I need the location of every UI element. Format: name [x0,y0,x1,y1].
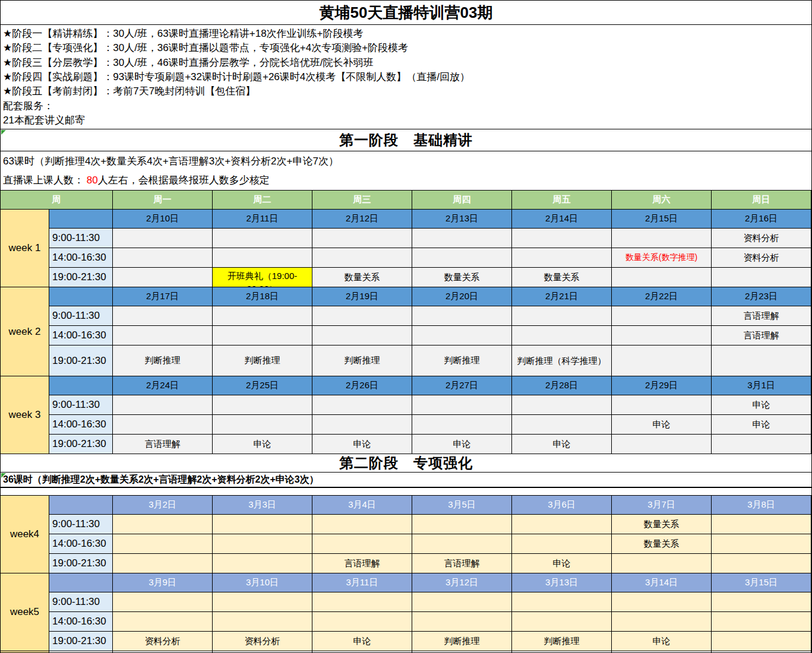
weekday-header-cell[interactable]: 周 [1,191,113,210]
schedule-cell[interactable]: 判断推理 [412,632,512,651]
schedule-cell[interactable] [512,534,612,554]
program-note[interactable]: ★阶段一【精讲精练】：30人/班，63课时直播理论精讲+18次作业训练+阶段模考 [3,27,811,40]
date-cell[interactable]: 2月14日 [512,210,612,229]
weekday-header-cell[interactable]: 周日 [712,191,811,210]
schedule-cell[interactable] [213,229,312,248]
schedule-cell[interactable] [512,248,612,268]
schedule-cell[interactable]: 言语理解 [412,554,512,573]
program-note[interactable]: ★阶段三【分层教学】：30人/班，46课时直播分层教学，分院长培优班/院长补弱班 [3,56,811,69]
schedule-cell[interactable]: 申论 [412,435,512,454]
schedule-cell[interactable] [712,612,811,632]
schedule-cell[interactable]: 数量关系 [612,534,712,554]
weekday-header-cell[interactable]: 周二 [213,191,312,210]
schedule-cell[interactable]: 申论 [612,632,712,651]
weekday-header-cell[interactable]: 周一 [113,191,213,210]
schedule-cell[interactable] [312,592,412,612]
schedule-cell[interactable] [213,534,312,554]
schedule-cell[interactable] [612,592,712,612]
schedule-cell[interactable] [712,345,811,376]
schedule-cell[interactable]: 申论 [512,554,612,573]
stage1-heading[interactable]: 第一阶段 基础精讲 [1,129,811,151]
schedule-cell[interactable] [712,632,811,651]
stage2-heading[interactable]: 第二阶段 专项强化 [1,454,811,473]
schedule-cell[interactable]: 判断推理 [412,345,512,376]
date-cell[interactable]: 3月13日 [512,573,612,592]
page-title[interactable]: 黄埔50天直播特训营03期 [1,1,811,25]
date-cell[interactable]: 3月1日 [712,376,811,395]
date-cell[interactable]: 2月15日 [612,210,712,229]
schedule-cell[interactable]: 数量关系(数字推理) [612,248,712,268]
schedule-cell[interactable] [213,248,312,268]
program-note[interactable]: ★阶段四【实战刷题】：93课时专项刷题+32课时计时刷题+26课时4次模考【不限… [3,70,811,84]
date-cell[interactable]: 3月10日 [213,573,312,592]
date-cell[interactable]: 3月9日 [113,573,213,592]
schedule-cell[interactable] [213,395,312,415]
weekday-header-cell[interactable]: 周四 [412,191,512,210]
schedule-cell[interactable]: 判断推理 [312,345,412,376]
schedule-cell[interactable]: 数量关系 [612,515,712,534]
schedule-cell[interactable] [113,306,213,326]
schedule-cell[interactable] [612,395,712,415]
date-cell[interactable]: 2月28日 [512,376,612,395]
schedule-cell[interactable]: 言语理解 [712,306,811,326]
schedule-cell[interactable] [612,554,712,573]
schedule-cell[interactable] [612,326,712,345]
date-cell[interactable]: 3月5日 [412,496,512,515]
program-note[interactable]: 21本配套讲义邮寄 [3,113,811,127]
date-cell[interactable]: 2月24日 [113,376,213,395]
schedule-cell[interactable] [312,415,412,435]
date-cell[interactable]: 3月14日 [612,573,712,592]
schedule-cell[interactable] [113,415,213,435]
date-cell[interactable]: 3月6日 [512,496,612,515]
date-cell[interactable]: 2月13日 [412,210,512,229]
schedule-cell[interactable] [412,415,512,435]
schedule-cell[interactable] [412,612,512,632]
date-cell[interactable]: 3月7日 [612,496,712,515]
schedule-cell[interactable] [512,395,612,415]
schedule-cell[interactable]: 言语理解 [113,435,213,454]
date-cell[interactable]: 3月4日 [312,496,412,515]
stage1-capacity[interactable]: 直播课上课人数： 80人左右，会根据最终报班人数多少核定 [3,173,811,187]
schedule-cell[interactable] [512,229,612,248]
schedule-cell[interactable]: 申论 [612,415,712,435]
schedule-cell[interactable]: 资料分析 [213,632,312,651]
schedule-cell[interactable]: 资料分析 [712,229,811,248]
stage2-hours[interactable]: 36课时（判断推理2次+数量关系2次+言语理解2次+资料分析2次+申论3次） [1,473,811,488]
schedule-cell[interactable] [712,534,811,554]
schedule-cell[interactable]: 申论 [312,632,412,651]
schedule-cell[interactable]: 开班典礼（19:00-20:30） [213,268,312,287]
weekday-header-cell[interactable]: 周六 [612,191,712,210]
date-cell[interactable]: 2月25日 [213,376,312,395]
schedule-cell[interactable] [412,515,512,534]
schedule-cell[interactable] [412,326,512,345]
date-filler-cell[interactable] [49,496,113,515]
time-cell[interactable]: 9:00-11:30 [49,306,113,326]
date-cell[interactable]: 2月11日 [213,210,312,229]
schedule-cell[interactable] [113,326,213,345]
time-cell[interactable]: 19:00-21:30 [49,632,113,651]
schedule-cell[interactable] [512,415,612,435]
schedule-cell[interactable] [412,592,512,612]
schedule-cell[interactable]: 数量关系 [312,268,412,287]
schedule-cell[interactable]: 判断推理 [113,345,213,376]
schedule-cell[interactable] [712,268,811,287]
date-cell[interactable]: 3月11日 [312,573,412,592]
schedule-cell[interactable] [512,592,612,612]
week-label[interactable]: week 2 [1,287,49,376]
schedule-cell[interactable] [312,229,412,248]
date-filler-cell[interactable] [49,376,113,395]
time-cell[interactable]: 9:00-11:30 [49,229,113,248]
time-cell[interactable]: 19:00-21:30 [49,268,113,287]
schedule-cell[interactable]: 数量关系 [512,268,612,287]
date-cell[interactable]: 2月21日 [512,287,612,306]
schedule-cell[interactable]: 言语理解 [312,554,412,573]
date-cell[interactable]: 2月20日 [412,287,512,306]
schedule-cell[interactable]: 申论 [213,435,312,454]
schedule-cell[interactable]: 判断推理（科学推理） [512,345,612,376]
schedule-cell[interactable]: 言语理解 [712,326,811,345]
schedule-cell[interactable] [113,592,213,612]
schedule-cell[interactable] [612,268,712,287]
date-filler-cell[interactable] [49,210,113,229]
date-cell[interactable]: 2月16日 [712,210,811,229]
date-cell[interactable]: 3月8日 [712,496,811,515]
